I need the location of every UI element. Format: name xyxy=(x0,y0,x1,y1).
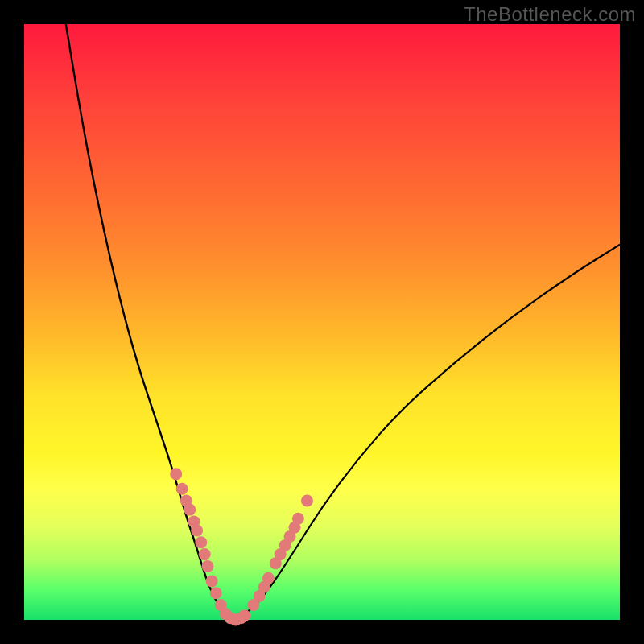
data-dot xyxy=(191,525,203,537)
data-dot xyxy=(176,483,188,495)
data-dot xyxy=(238,609,250,621)
data-dot xyxy=(199,548,211,560)
data-dot xyxy=(292,513,304,525)
data-dot xyxy=(210,587,222,599)
data-dot xyxy=(301,495,313,507)
data-dot xyxy=(262,572,275,584)
curve-svg xyxy=(24,24,620,620)
watermark-text: TheBottleneck.com xyxy=(464,3,636,26)
chart-frame: TheBottleneck.com xyxy=(0,0,644,644)
data-dot xyxy=(184,504,196,516)
right-branch-path xyxy=(233,245,620,620)
data-dot xyxy=(170,468,182,480)
data-dot xyxy=(201,560,213,572)
left-branch-path xyxy=(66,24,233,620)
data-dot xyxy=(195,536,207,548)
dots-group xyxy=(170,468,313,625)
plot-area xyxy=(24,24,620,620)
data-dot xyxy=(206,575,218,587)
